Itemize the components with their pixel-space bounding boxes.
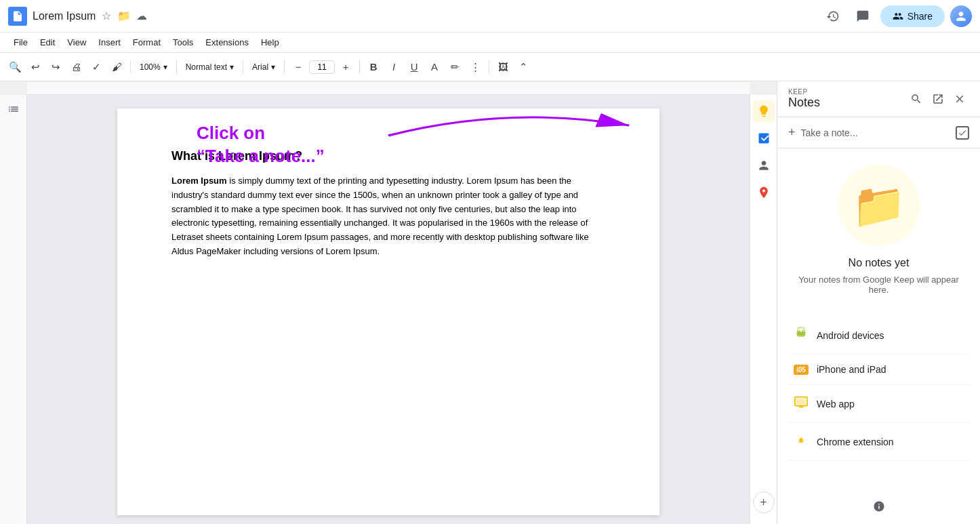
folder-illustration: 📁 <box>838 165 920 246</box>
keep-link-ios[interactable]: i05 iPhone and iPad <box>788 355 969 385</box>
doc-bold-start: Lorem Ipsum <box>171 176 227 186</box>
undo-btn[interactable]: ↩ <box>26 58 45 77</box>
keep-body: 📁 No notes yet Your notes from Google Ke… <box>777 148 980 489</box>
svg-rect-7 <box>796 399 807 405</box>
zoom-dropdown[interactable]: 100% ▾ <box>135 60 172 74</box>
title-icons: ☆ 📁 ☁ <box>100 9 148 23</box>
separator-5 <box>359 60 360 74</box>
chrome-extension-label: Chrome extension <box>817 437 894 447</box>
menu-view[interactable]: View <box>62 35 91 50</box>
star-icon[interactable]: ☆ <box>100 9 113 23</box>
image-btn[interactable]: 🖼 <box>493 58 512 77</box>
svg-point-10 <box>799 438 803 442</box>
menu-format[interactable]: Format <box>127 35 166 50</box>
outline-tool[interactable] <box>3 100 24 122</box>
collapse-btn[interactable]: ⌃ <box>514 58 533 77</box>
title-section: Lorem Ipsum ☆ 📁 ☁ <box>33 9 815 23</box>
user-avatar[interactable] <box>950 5 972 27</box>
keep-links-list: Android devices i05 iPhone and iPad Web … <box>788 317 969 461</box>
keep-link-android[interactable]: Android devices <box>788 317 969 355</box>
svg-point-2 <box>799 330 800 331</box>
take-note-text: Take a note... <box>801 127 950 138</box>
menu-insert[interactable]: Insert <box>93 35 126 50</box>
keep-header: KEEP Notes <box>777 81 980 117</box>
text-style-dropdown[interactable]: Normal text ▾ <box>181 60 239 74</box>
share-label: Share <box>907 11 933 22</box>
italic-btn[interactable]: I <box>384 58 403 77</box>
font-size-input[interactable] <box>312 62 331 72</box>
keep-footer <box>777 489 980 524</box>
android-label: Android devices <box>817 330 884 341</box>
separator-2 <box>176 60 177 74</box>
horizontal-ruler <box>27 81 750 95</box>
ios-icon: i05 <box>794 365 809 375</box>
menu-edit[interactable]: Edit <box>35 35 60 50</box>
android-icon <box>794 326 809 344</box>
doc-paragraph: Lorem Ipsum is simply dummy text of the … <box>171 174 605 259</box>
decrease-font-btn[interactable]: − <box>289 58 308 77</box>
separator-4 <box>284 60 285 74</box>
underline-btn[interactable]: U <box>405 58 424 77</box>
tasks-sidebar-icon[interactable] <box>753 127 775 149</box>
more-btn[interactable]: ⋮ <box>466 58 485 77</box>
document-page: What is Lorem Ipsum? Lorem Ipsum is simp… <box>117 108 659 515</box>
doc-paragraph-text: is simply dummy text of the printing and… <box>171 176 589 256</box>
highlight-btn[interactable]: ✏ <box>445 58 464 77</box>
add-sidebar-icon[interactable]: + <box>753 491 775 513</box>
keep-sidebar-icon[interactable] <box>753 100 775 122</box>
spellcheck-btn[interactable]: ✓ <box>87 58 106 77</box>
separator-6 <box>489 60 489 74</box>
no-notes-sub: Your notes from Google Keep will appear … <box>788 275 969 295</box>
text-style-arrow: ▾ <box>230 62 234 72</box>
maps-sidebar-icon[interactable] <box>753 182 775 203</box>
cloud-icon[interactable]: ☁ <box>135 9 148 23</box>
redo-btn[interactable]: ↪ <box>46 58 65 77</box>
separator-3 <box>243 60 243 74</box>
chrome-extension-icon <box>794 432 809 451</box>
no-notes-title: No notes yet <box>849 257 910 269</box>
toolbar: 🔍 ↩ ↪ 🖨 ✓ 🖌 100% ▾ Normal text ▾ Arial ▾… <box>0 53 980 81</box>
format-paint-btn[interactable]: 🖌 <box>107 58 126 77</box>
doc-icon <box>8 7 27 26</box>
contacts-sidebar-icon[interactable] <box>753 155 775 176</box>
left-panel <box>0 95 27 524</box>
take-note-checkbox[interactable] <box>956 126 969 140</box>
bold-btn[interactable]: B <box>364 58 383 77</box>
svg-line-4 <box>798 327 798 328</box>
zoom-arrow: ▾ <box>163 62 167 72</box>
document-area: What is Lorem Ipsum? Lorem Ipsum is simp… <box>27 95 750 524</box>
comments-button[interactable] <box>851 4 875 28</box>
menu-file[interactable]: File <box>8 35 33 50</box>
keep-open-btn[interactable] <box>928 89 947 108</box>
font-dropdown[interactable]: Arial ▾ <box>247 60 280 74</box>
web-label: Web app <box>817 399 855 409</box>
keep-info-btn[interactable] <box>870 497 889 516</box>
search-toolbar-btn[interactable]: 🔍 <box>5 58 24 77</box>
folder-icon[interactable]: 📁 <box>117 9 131 23</box>
menu-tools[interactable]: Tools <box>167 35 199 50</box>
folder-emoji: 📁 <box>852 180 906 231</box>
add-icon: + <box>760 496 767 510</box>
keep-close-btn[interactable] <box>950 89 969 108</box>
zoom-value: 100% <box>140 62 161 72</box>
doc-heading: What is Lorem Ipsum? <box>171 149 605 163</box>
menu-extensions[interactable]: Extensions <box>200 35 254 50</box>
keep-search-btn[interactable] <box>907 89 926 108</box>
version-history-button[interactable] <box>821 4 845 28</box>
web-icon <box>794 395 809 413</box>
take-note-plus-icon: + <box>788 125 796 140</box>
text-style-value: Normal text <box>186 62 227 72</box>
share-button[interactable]: Share <box>880 5 945 27</box>
print-btn[interactable]: 🖨 <box>66 58 85 77</box>
keep-link-web[interactable]: Web app <box>788 385 969 423</box>
keep-label: KEEP <box>788 88 907 96</box>
take-note-bar[interactable]: + Take a note... <box>777 117 980 148</box>
keep-title: Notes <box>788 96 907 110</box>
text-color-btn[interactable]: A <box>425 58 444 77</box>
menu-help[interactable]: Help <box>256 35 285 50</box>
keep-link-chrome[interactable]: Chrome extension <box>788 423 969 461</box>
doc-title-text[interactable]: Lorem Ipsum <box>33 10 96 22</box>
font-arrow: ▾ <box>271 62 275 72</box>
menu-bar: File Edit View Insert Format Tools Exten… <box>0 33 980 53</box>
increase-font-btn[interactable]: + <box>336 58 355 77</box>
